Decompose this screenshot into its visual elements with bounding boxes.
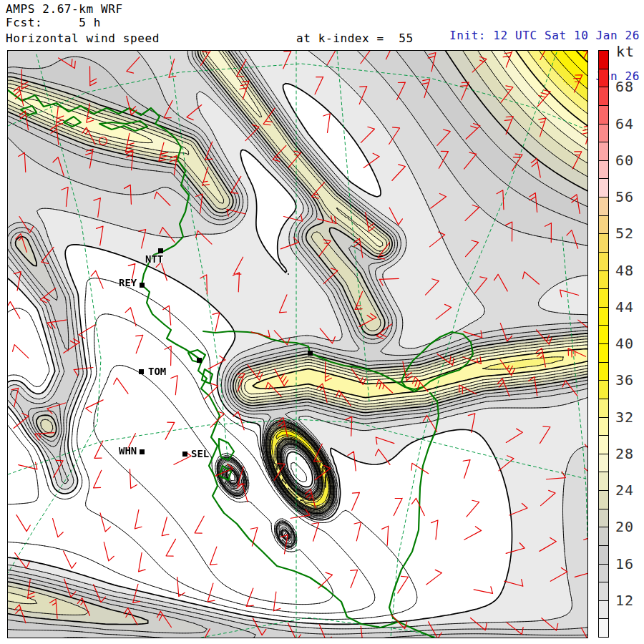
colorbar-ticks: 686460565248444036322824201612 [615,50,644,637]
colorbar-cell [598,252,609,271]
colorbar-cell [598,307,609,326]
colorbar-tick-label: 20 [615,517,634,536]
colorbar-cell [598,197,609,216]
colorbar-unit-label: kt [616,43,635,60]
colorbar-cell [598,160,609,180]
colorbar-tick-label: 60 [615,151,634,170]
colorbar-tick-label: 52 [615,224,634,243]
colorbar-tick-label: 68 [615,77,634,96]
colorbar-tick-label: 56 [615,187,634,206]
colorbar-cell [598,215,609,235]
colorbar-cell [598,233,609,253]
colorbar-cell [598,564,609,583]
colorbar-tick-label: 40 [615,334,634,353]
colorbar-cell [598,325,609,344]
station-label: REY [119,277,137,288]
colorbar-cell [598,527,609,546]
colorbar-cell [598,600,609,620]
init-time: Init: 12 UTC Sat 10 Jan 26 [442,29,640,42]
colorbar-cell [598,399,609,418]
colorbar-cell [598,582,609,601]
colorbar-cell [598,618,609,638]
colorbar-cell [598,545,609,565]
colorbar-tick-label: 16 [615,555,634,573]
forecast-hour: Fcst: 5 h [6,16,101,29]
map-canvas [8,51,587,638]
colorbar-cell [598,270,609,290]
model-title: AMPS 2.67-km WRF [6,2,123,16]
colorbar-cell [598,362,609,381]
colorbar-cell [598,50,609,69]
colorbar-tick-label: 32 [615,408,634,426]
station-label: WHN [119,445,137,457]
colorbar-cell [598,343,609,363]
colorbar-cell [598,124,609,143]
colorbar-cell [598,435,609,454]
colorbar-cell [598,178,609,197]
level-label: at k-index = 55 [296,31,414,45]
colorbar-cell [598,417,609,436]
colorbar [598,50,609,637]
colorbar-cell [598,380,609,399]
colorbar-cell [598,105,609,125]
colorbar-cell [598,69,609,88]
colorbar-cell [598,490,609,509]
product-title: Horizontal wind speed [6,31,160,45]
weather-map-page: AMPS 2.67-km WRF Fcst: 5 h Horizontal wi… [0,0,644,644]
colorbar-cell [598,454,609,473]
station-label: SEL [191,448,209,459]
colorbar-cell [598,142,609,161]
colorbar-tick-label: 64 [615,114,634,133]
station-label: TOM [148,366,166,377]
colorbar-tick-label: 48 [615,261,634,280]
colorbar-tick-label: 44 [615,298,634,316]
colorbar-cell [598,509,609,528]
colorbar-tick-label: 12 [615,591,634,610]
colorbar-tick-label: 36 [615,371,634,389]
colorbar-cell [598,288,609,308]
station-label: NTT [145,253,163,265]
map-area: NTTREYTOMWHNSEL [7,50,588,638]
colorbar-tick-label: 28 [615,444,634,463]
colorbar-cell [598,87,609,106]
colorbar-cell [598,472,609,491]
colorbar-tick-label: 24 [615,481,634,499]
